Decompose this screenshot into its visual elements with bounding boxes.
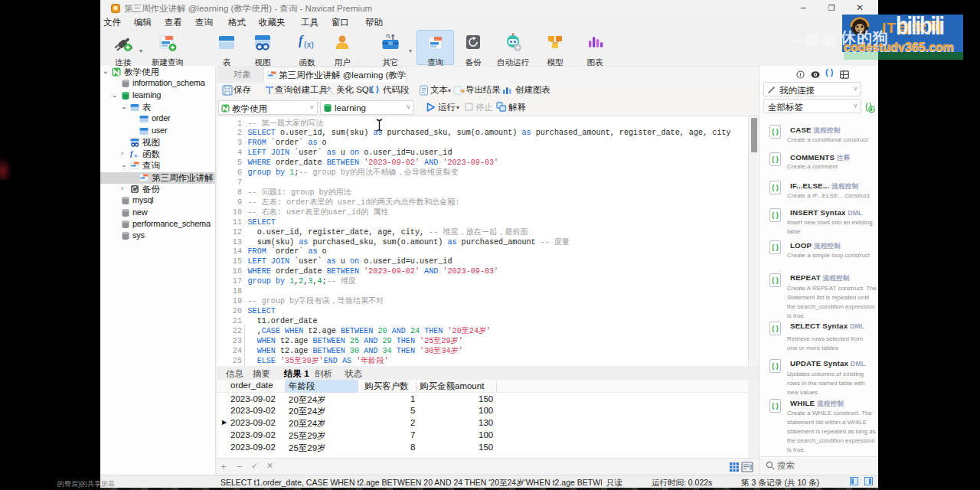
svg-text:f: f — [299, 34, 304, 47]
svg-text:✕: ✕ — [134, 153, 138, 158]
svg-text:(x): (x) — [304, 40, 314, 49]
